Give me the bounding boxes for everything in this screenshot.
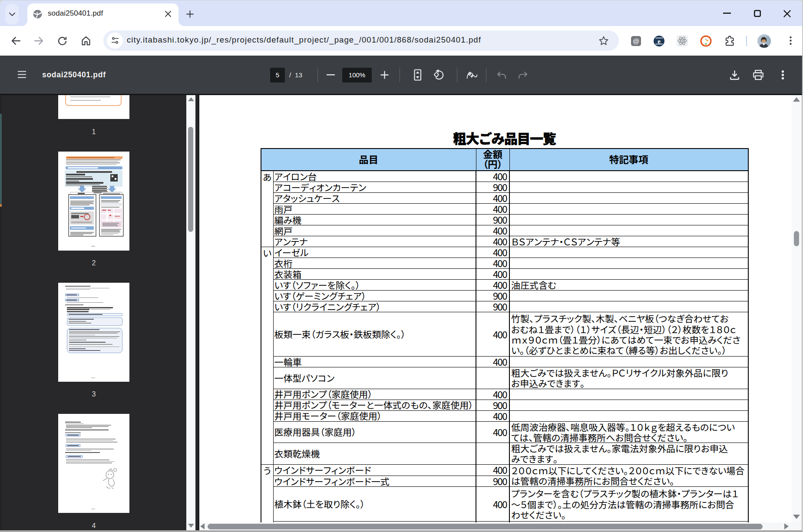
svg-text:e: e (658, 38, 661, 45)
svg-text:@: @ (633, 37, 639, 45)
